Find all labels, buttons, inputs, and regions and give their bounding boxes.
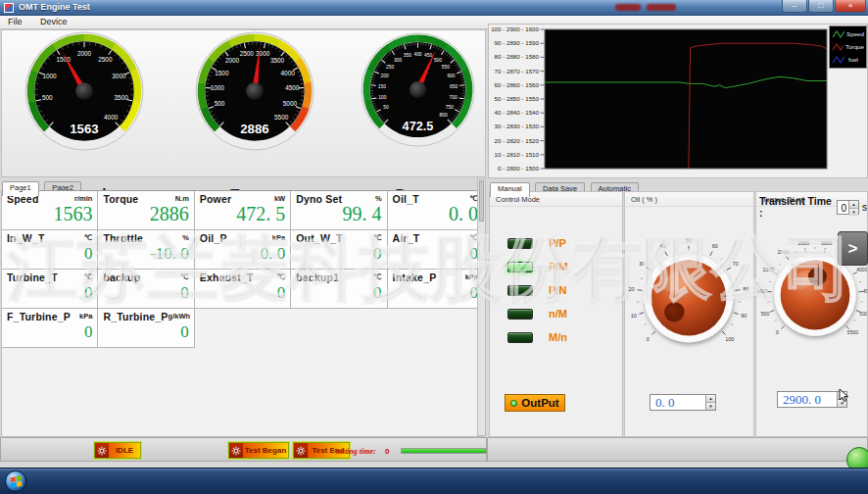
table-cell: Oil_PkPa0. 0 xyxy=(195,230,291,270)
cell-value: 0 xyxy=(103,322,188,341)
led-indicator-icon xyxy=(507,332,533,343)
svg-text:90 - 2890 - 1590: 90 - 2890 - 1590 xyxy=(495,39,540,46)
mode-label: P/M xyxy=(549,261,568,272)
oil-value-spinbox[interactable]: 0. 0 ▲▼ xyxy=(650,394,716,411)
table-cell: Oil_T℃0. 0 xyxy=(388,191,484,230)
cell-value: 0 xyxy=(296,283,381,302)
svg-text:1563: 1563 xyxy=(70,122,99,136)
svg-text:500: 500 xyxy=(42,94,53,101)
legend-item: fuel xyxy=(832,53,864,66)
table-cell: F_Turbine_PkPa0 xyxy=(2,309,98,348)
cell-unit: kPa xyxy=(79,312,92,321)
menu-file[interactable]: File xyxy=(0,16,30,27)
svg-text:800: 800 xyxy=(439,113,447,118)
test-begin-button[interactable]: Test Began xyxy=(228,442,289,459)
svg-text:30: 30 xyxy=(639,261,645,267)
svg-text:3500: 3500 xyxy=(115,94,129,101)
transient-time-value: 0 xyxy=(838,201,848,214)
svg-text:40: 40 xyxy=(659,243,665,249)
svg-text:0 - 2800 - 1500: 0 - 2800 - 1500 xyxy=(498,165,540,172)
trend-chart-panel: 100 - 2900 - 160090 - 2890 - 159080 - 28… xyxy=(488,24,868,178)
spin-down-icon[interactable]: ▼ xyxy=(706,403,715,410)
oil-knob[interactable]: 0102030405060708090100 xyxy=(626,235,751,361)
torque-value-spinbox[interactable]: 2900. 0 ▲▼ xyxy=(777,391,847,408)
svg-text:500: 500 xyxy=(761,311,770,317)
svg-text:1000: 1000 xyxy=(42,73,57,79)
svg-text:70 - 2870 - 1570: 70 - 2870 - 1570 xyxy=(495,68,540,74)
mode-label: n/M xyxy=(549,308,567,320)
svg-text:1000: 1000 xyxy=(211,84,225,91)
cell-unit: r/min xyxy=(74,194,92,203)
svg-text:4000: 4000 xyxy=(856,267,867,272)
cell-label: In_W_T xyxy=(7,232,45,244)
svg-text:300: 300 xyxy=(394,58,402,63)
cell-label: Torque xyxy=(103,193,138,205)
oil-value: 0. 0 xyxy=(651,395,705,410)
spin-up-icon[interactable]: ▲ xyxy=(849,201,858,209)
svg-text:4000: 4000 xyxy=(281,70,296,76)
menu-device[interactable]: Device xyxy=(32,16,75,27)
expand-chevron-button[interactable]: > xyxy=(838,231,868,266)
cell-label: R_Turbine_P xyxy=(103,311,168,322)
transient-time-label: Transient Time : xyxy=(759,195,834,219)
svg-text:2000: 2000 xyxy=(77,50,92,57)
table-empty-cell xyxy=(291,309,387,348)
control-mode-M-n[interactable]: M/n xyxy=(490,325,622,349)
svg-text:750: 750 xyxy=(446,105,454,110)
svg-text:40 - 2840 - 1540: 40 - 2840 - 1540 xyxy=(495,109,540,116)
speed-gauge: 50010001500200025003000350040001563 xyxy=(24,31,144,151)
scrollbar-thumb[interactable] xyxy=(479,180,484,222)
spin-up-icon[interactable]: ▲ xyxy=(706,395,715,403)
cell-label: backup1 xyxy=(296,272,339,283)
svg-text:60 - 2860 - 1560: 60 - 2860 - 1560 xyxy=(495,81,540,88)
transient-time-unit: s xyxy=(862,202,867,213)
control-mode-P-N[interactable]: P/N xyxy=(490,278,622,302)
svg-text:50 - 2850 - 1550: 50 - 2850 - 1550 xyxy=(495,95,540,102)
control-mode-P-M[interactable]: P/M xyxy=(490,255,622,278)
legend-label: Torque xyxy=(845,43,864,50)
cell-unit: ℃ xyxy=(277,272,285,281)
taskbar: e ▶ ▲ 17:27 周三 2023/6/28 xyxy=(0,468,868,494)
torque-gauge: 5001000150020002500300035004000450050005… xyxy=(195,31,314,151)
svg-text:250: 250 xyxy=(386,65,394,70)
control-mode-n-M[interactable]: n/M xyxy=(490,302,622,325)
control-mode-list: P/PP/MP/Nn/MM/n xyxy=(490,231,622,349)
gear-icon xyxy=(294,443,308,458)
svg-text:5500: 5500 xyxy=(847,329,858,335)
maximize-button[interactable]: □ xyxy=(808,0,834,13)
svg-text:4500: 4500 xyxy=(863,288,868,294)
table-scrollbar[interactable] xyxy=(477,178,486,436)
cell-unit: % xyxy=(375,194,382,203)
cell-label: Oil_P xyxy=(200,232,227,244)
svg-text:450: 450 xyxy=(424,53,432,58)
idle-button[interactable]: IDLE xyxy=(94,442,141,459)
svg-text:60: 60 xyxy=(712,243,718,249)
svg-text:1500: 1500 xyxy=(763,267,774,272)
tab-page1[interactable]: Page1 xyxy=(2,181,39,196)
svg-text:3000: 3000 xyxy=(112,73,126,79)
table-cell: Speedr/min1563 xyxy=(2,191,98,230)
svg-text:2500: 2500 xyxy=(98,56,113,63)
svg-text:2886: 2886 xyxy=(240,122,269,136)
tab-manual[interactable]: Manual xyxy=(490,182,530,197)
output-button[interactable]: OutPut xyxy=(505,394,565,412)
spin-down-icon[interactable]: ▼ xyxy=(849,209,858,216)
start-button[interactable] xyxy=(5,470,26,492)
minimize-button[interactable]: – xyxy=(782,0,807,13)
svg-text:600: 600 xyxy=(447,74,455,78)
svg-text:650: 650 xyxy=(450,84,458,89)
control-mode-P-P[interactable]: P/P xyxy=(490,231,622,255)
status-bar-left: IDLE Test Began Test End testing time: 0 xyxy=(0,437,487,462)
mode-label: P/N xyxy=(549,284,566,296)
svg-text:20: 20 xyxy=(629,286,635,292)
transient-time-spinbox[interactable]: 0 ▲▼ xyxy=(837,200,859,215)
cell-label: Intake_P xyxy=(393,272,437,283)
svg-text:200: 200 xyxy=(380,74,388,78)
close-button[interactable]: × xyxy=(835,0,866,13)
svg-text:1500: 1500 xyxy=(215,70,229,76)
cell-value: 0 xyxy=(7,283,92,302)
svg-text:700: 700 xyxy=(450,95,458,100)
trend-chart: 100 - 2900 - 160090 - 2890 - 159080 - 28… xyxy=(489,25,867,177)
svg-text:5000: 5000 xyxy=(283,100,298,107)
svg-text:70: 70 xyxy=(733,261,739,267)
